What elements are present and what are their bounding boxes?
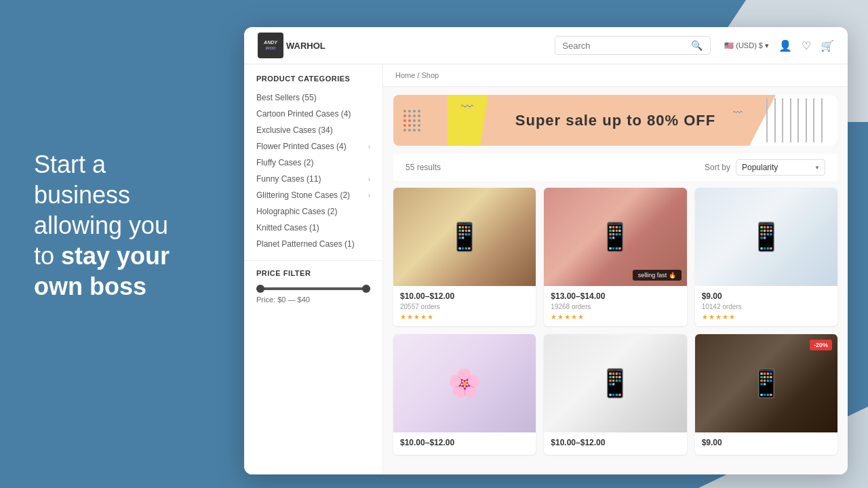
- price-slider-max-thumb[interactable]: [362, 285, 370, 293]
- product-info: $10.00–$12.00: [393, 432, 536, 455]
- star-icon: ★: [400, 313, 406, 321]
- sort-select[interactable]: Popularity Newest Price: Low to High Pri…: [736, 159, 825, 176]
- banner-wave-icon-right: 〰: [733, 107, 743, 118]
- product-content: Home / Shop 〰 Super sale up to 80% OFF 〰: [383, 64, 848, 474]
- sidebar-item-cartoon[interactable]: Cartoon Printed Cases (4): [244, 106, 382, 122]
- product-thumbnail: 🌸: [393, 334, 536, 432]
- sidebar-item-label: Glittering Stone Cases (2): [256, 190, 350, 200]
- breadcrumb-current: Shop: [422, 71, 439, 79]
- hero-line2: business: [34, 181, 130, 209]
- sidebar-item-best-sellers[interactable]: Best Sellers (55): [244, 89, 382, 106]
- product-price: $10.00–$12.00: [400, 438, 529, 447]
- product-card[interactable]: 📱 -20% $9.00: [695, 334, 837, 455]
- sidebar-item-label: Planet Patterned Cases (1): [256, 239, 355, 249]
- main-content: PRODUCT CATEGORIES Best Sellers (55) Car…: [244, 64, 848, 474]
- star-icon: ★: [729, 313, 735, 321]
- price-label: Price:: [256, 296, 275, 304]
- header: ANDYWOO WARHOL 🔍 🇺🇸 (USD) $ ▾ 👤 ♡ 🛒: [244, 27, 848, 64]
- price-filter-title: PRICE FILTER: [244, 269, 382, 284]
- search-input[interactable]: [562, 41, 691, 51]
- product-card[interactable]: 📱 $9.00 10142 orders ★ ★ ★ ★ ★: [695, 188, 837, 326]
- selling-fast-badge: selling fast 🔥: [633, 270, 682, 281]
- hero-text: Start a business allowing you to stay yo…: [34, 149, 170, 302]
- breadcrumb-separator: /: [415, 71, 421, 79]
- sidebar-item-holographic[interactable]: Holographic Cases (2): [244, 203, 382, 220]
- product-card[interactable]: 📱 $10.00–$12.00 20557 orders ★ ★ ★ ★ ★: [393, 188, 536, 326]
- left-panel: Start a business allowing you to stay yo…: [0, 0, 251, 488]
- banner-text-area: Super sale up to 80% OFF: [481, 112, 749, 129]
- star-icon: ★: [427, 313, 433, 321]
- sidebar-item-knitted[interactable]: Knitted Cases (1): [244, 220, 382, 236]
- search-button[interactable]: 🔍: [691, 40, 703, 51]
- promo-banner[interactable]: 〰 Super sale up to 80% OFF 〰: [393, 95, 837, 146]
- sidebar-item-glittering[interactable]: Glittering Stone Cases (2) ›: [244, 187, 382, 203]
- price-min: $0: [277, 296, 285, 304]
- price-slider-track: [256, 287, 370, 290]
- sidebar-item-label: Flower Printed Cases (4): [256, 142, 347, 151]
- hero-line6: own boss: [34, 272, 146, 300]
- sidebar-item-fluffy[interactable]: Fluffy Cases (2): [244, 155, 382, 171]
- product-orders: 20557 orders: [400, 303, 529, 310]
- sidebar-item-flower[interactable]: Flower Printed Cases (4) ›: [244, 138, 382, 155]
- wishlist-icon[interactable]: ♡: [802, 39, 811, 52]
- currency-selector[interactable]: 🇺🇸 (USD) $ ▾: [724, 41, 769, 50]
- price-range-text: Price: $0 — $40: [244, 296, 382, 304]
- sidebar-item-exclusive[interactable]: Exclusive Cases (34): [244, 122, 382, 138]
- sidebar-item-label: Cartoon Printed Cases (4): [256, 109, 351, 119]
- price-slider-container[interactable]: [244, 284, 382, 296]
- cart-icon[interactable]: 🛒: [821, 39, 834, 52]
- sidebar-item-label: Knitted Cases (1): [256, 223, 319, 232]
- sort-label: Sort by: [705, 163, 730, 172]
- product-orders: 10142 orders: [702, 303, 831, 310]
- product-card[interactable]: 📱 $10.00–$12.00: [544, 334, 686, 455]
- categories-title: PRODUCT CATEGORIES: [244, 75, 382, 89]
- product-price: $9.00: [702, 291, 831, 301]
- product-price: $10.00–$12.00: [551, 438, 679, 447]
- star-icon: ★: [715, 313, 722, 321]
- product-image: 📱: [695, 188, 837, 286]
- star-icon: ★: [709, 313, 715, 321]
- star-icon: ★: [407, 313, 413, 321]
- product-price: $10.00–$12.00: [400, 291, 529, 301]
- hero-line4: to: [34, 242, 61, 270]
- sidebar-item-planet[interactable]: Planet Patterned Cases (1): [244, 236, 382, 252]
- currency-text: (USD) $: [736, 41, 763, 49]
- search-bar[interactable]: 🔍: [555, 36, 711, 55]
- sidebar-item-label: Exclusive Cases (34): [256, 125, 333, 135]
- product-image: 📱: [544, 334, 686, 432]
- product-thumbnail: 📱: [393, 188, 536, 286]
- price-slider-min-thumb[interactable]: [256, 285, 264, 293]
- product-card[interactable]: 🌸 $10.00–$12.00: [393, 334, 536, 455]
- hero-line3: allowing you: [34, 211, 168, 239]
- star-icon: ★: [571, 313, 577, 321]
- star-icon: ★: [702, 313, 708, 321]
- banner-grid-decoration: [763, 95, 831, 146]
- flag-icon: 🇺🇸: [724, 41, 734, 50]
- product-stars: ★ ★ ★ ★ ★: [702, 313, 831, 321]
- product-thumbnail: 📱: [544, 334, 686, 432]
- logo[interactable]: ANDYWOO WARHOL: [258, 33, 326, 58]
- logo-text: WARHOL: [286, 41, 326, 51]
- product-thumbnail: 📱: [695, 188, 837, 286]
- price-max: $40: [298, 296, 310, 304]
- star-icon: ★: [420, 313, 427, 321]
- breadcrumb-home[interactable]: Home: [395, 71, 415, 79]
- product-image: 📱 -20%: [695, 334, 837, 432]
- star-icon: ★: [564, 313, 570, 321]
- products-header: 55 results Sort by Popularity Newest Pri…: [393, 154, 837, 181]
- product-stars: ★ ★ ★ ★ ★: [400, 313, 529, 321]
- product-card[interactable]: 📱 selling fast 🔥 $13.00–$14.00 19268 ord…: [544, 188, 686, 326]
- chevron-right-icon: ›: [368, 176, 370, 183]
- sidebar-item-funny[interactable]: Funny Cases (11) ›: [244, 171, 382, 187]
- product-info: $9.00: [695, 432, 837, 455]
- sidebar-divider: [244, 260, 382, 261]
- star-icon: ★: [578, 313, 584, 321]
- discount-badge: -20%: [810, 340, 832, 350]
- star-icon: ★: [551, 313, 557, 321]
- banner-dots: [403, 95, 420, 146]
- product-info: $13.00–$14.00 19268 orders ★ ★ ★ ★ ★: [544, 286, 686, 326]
- user-icon[interactable]: 👤: [778, 39, 792, 52]
- chevron-right-icon: ›: [368, 192, 370, 199]
- product-orders: 19268 orders: [551, 303, 679, 310]
- product-image: 📱: [393, 188, 536, 286]
